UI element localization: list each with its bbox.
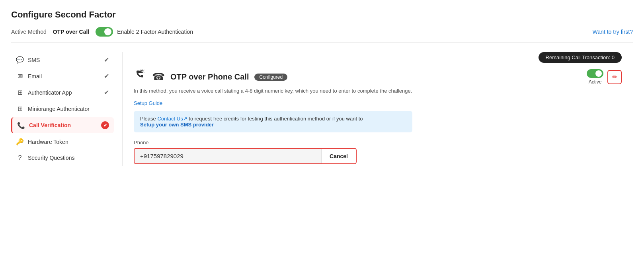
phone-input[interactable] (135, 149, 321, 163)
method-status-right: Active ✏ (587, 69, 622, 85)
method-top-row: ☎ OTP over Phone Call Configured In this… (134, 69, 622, 140)
content-area: Remaining Call Transaction: 0 (123, 52, 633, 166)
info-text-prefix: Please (140, 116, 157, 122)
method-header: ☎ OTP over Phone Call Configured (134, 69, 587, 85)
contact-us-link[interactable]: Contact Us↗ (157, 116, 187, 122)
call-verification-icon: 📞 (17, 122, 25, 129)
page-wrapper: Configure Second Factor Active Method OT… (0, 0, 644, 258)
authenticator-app-icon: ⊞ (16, 89, 24, 96)
try-first-link[interactable]: Want to try first? (593, 29, 633, 35)
security-questions-icon: ? (16, 154, 24, 161)
sidebar-item-hardware-token[interactable]: 🔑 Hardware Token (11, 134, 114, 149)
edit-icon: ✏ (612, 73, 617, 81)
email-check-icon: ✔ (104, 72, 109, 80)
method-card: ☎ OTP over Phone Call Configured In this… (134, 69, 622, 164)
sidebar-item-miniorange-authenticator[interactable]: ⊞ Miniorange Authenticator (11, 101, 114, 116)
authenticator-app-check-icon: ✔ (104, 89, 109, 96)
sidebar-item-miniorange-authenticator-label: Miniorange Authenticator (28, 106, 90, 112)
phone-input-row: Cancel (134, 148, 357, 164)
setup-sms-provider-link[interactable]: Setup your own SMS provider (140, 122, 214, 128)
sidebar-item-email[interactable]: ✉ Email ✔ (11, 68, 114, 84)
remaining-call-badge: Remaining Call Transaction: 0 (539, 52, 622, 63)
configured-badge: Configured (254, 74, 287, 81)
sidebar-item-hardware-token-label: Hardware Token (28, 139, 68, 145)
phone-icon-unicode: ☎ (152, 71, 165, 83)
header-bar: Active Method OTP over Call Enable 2 Fac… (11, 27, 633, 43)
hardware-token-icon: 🔑 (16, 138, 24, 145)
sidebar-item-call-verification[interactable]: 📞 Call Verification ✔ (11, 117, 114, 133)
page-title: Configure Second Factor (11, 10, 633, 20)
miniorange-authenticator-icon: ⊞ (16, 105, 24, 113)
method-info: ☎ OTP over Phone Call Configured In this… (134, 69, 587, 140)
sidebar-item-security-questions[interactable]: ? Security Questions (11, 150, 114, 165)
method-description: In this method, you receive a voice call… (134, 88, 587, 94)
method-title: OTP over Phone Call (170, 72, 249, 81)
remaining-badge-container: Remaining Call Transaction: 0 (134, 52, 622, 63)
email-icon: ✉ (16, 72, 24, 80)
active-method-value: OTP over Call (53, 29, 90, 35)
setup-guide-link[interactable]: Setup Guide (134, 100, 162, 106)
phone-label: Phone (134, 140, 622, 145)
sidebar-item-call-verification-label: Call Verification (29, 122, 71, 128)
phone-section: Phone Cancel (134, 140, 622, 164)
toggle-container[interactable]: Enable 2 Factor Authentication (96, 27, 193, 37)
sidebar: 💬 SMS ✔ ✉ Email ✔ ⊞ Authenticator App ✔ … (11, 52, 123, 166)
sidebar-item-email-label: Email (28, 73, 42, 80)
edit-button[interactable]: ✏ (607, 70, 622, 84)
phone-call-icon (134, 69, 146, 85)
info-box: Please Contact Us↗ to request free credi… (134, 111, 412, 132)
enable-2fa-toggle[interactable] (96, 27, 113, 37)
active-method-label: Active Method (11, 29, 47, 35)
sidebar-item-sms-label: SMS (28, 57, 40, 63)
sidebar-item-sms[interactable]: 💬 SMS ✔ (11, 52, 114, 68)
active-toggle-row: Active ✏ (587, 69, 622, 85)
method-active-toggle[interactable] (587, 69, 603, 78)
sidebar-item-authenticator-app-label: Authenticator App (28, 89, 72, 96)
toggle-label: Enable 2 Factor Authentication (117, 29, 193, 35)
sms-icon: 💬 (16, 56, 24, 64)
cancel-button[interactable]: Cancel (321, 149, 356, 163)
call-verification-check-icon: ✔ (101, 121, 109, 129)
main-content: 💬 SMS ✔ ✉ Email ✔ ⊞ Authenticator App ✔ … (11, 52, 633, 166)
sidebar-item-security-questions-label: Security Questions (28, 155, 75, 161)
active-label: Active (589, 79, 602, 85)
info-text-suffix: to request free credits for testing this… (189, 116, 363, 122)
sidebar-item-authenticator-app[interactable]: ⊞ Authenticator App ✔ (11, 85, 114, 100)
sms-check-icon: ✔ (104, 56, 109, 64)
